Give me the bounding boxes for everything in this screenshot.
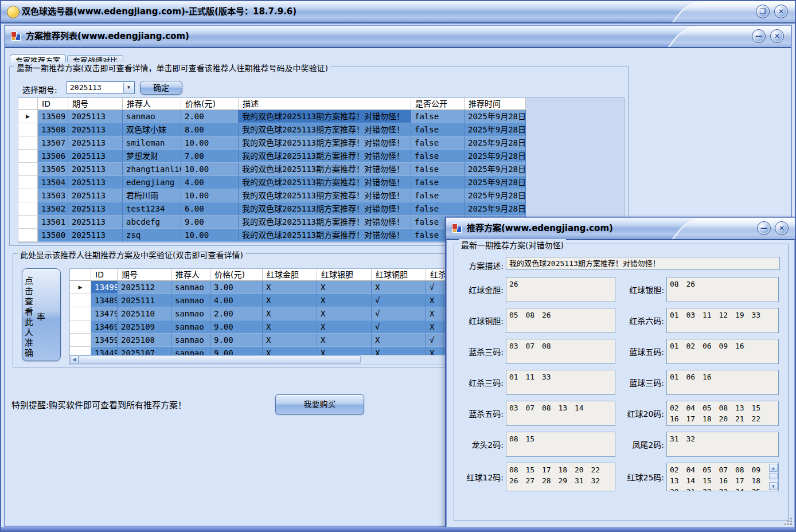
grid-cell[interactable]: 4.00: [210, 294, 263, 307]
row-header[interactable]: [70, 334, 91, 347]
row-header[interactable]: [18, 123, 38, 136]
grid-cell[interactable]: 我的双色球2025113期方案推荐！对错勿怪！: [239, 136, 411, 150]
grid-cell[interactable]: 2025108: [118, 334, 171, 347]
table-row[interactable]: ▶135092025113sanmao2.00我的双色球2025113期方案推荐…: [18, 110, 624, 123]
grid-cell[interactable]: 13508: [38, 123, 68, 136]
confirm-button[interactable]: 确定: [140, 81, 182, 95]
grid-cell[interactable]: X: [317, 334, 372, 347]
column-header[interactable]: 描述: [239, 98, 411, 110]
grid-cell[interactable]: 10.00: [181, 229, 239, 242]
grid-cell[interactable]: test1234: [123, 202, 181, 216]
grid-cell[interactable]: √: [372, 307, 426, 320]
grid-cell[interactable]: 我的双色球2025113期方案推荐！对错勿怪！: [239, 110, 411, 123]
grid-cell[interactable]: 13469: [91, 320, 118, 334]
grid-cell[interactable]: false: [411, 202, 465, 216]
column-header[interactable]: 价格(元): [210, 269, 263, 281]
grid-cell[interactable]: X: [372, 334, 426, 347]
row-header-corner[interactable]: [18, 98, 38, 110]
grid-cell[interactable]: 13500: [38, 229, 68, 242]
row-header[interactable]: [18, 216, 38, 229]
field-value-box[interactable]: 08 15: [506, 432, 615, 457]
row-header[interactable]: ▶: [18, 110, 38, 123]
field-value-box[interactable]: 08 15 17 18 20 22 26 27 28 29 31 32: [506, 463, 615, 491]
column-header[interactable]: 红球金胆: [263, 269, 317, 281]
column-header[interactable]: ID: [91, 269, 118, 281]
grid-cell[interactable]: 2025年9月28日: [465, 176, 526, 189]
column-header[interactable]: 红球铜胆: [372, 269, 426, 281]
grid-cell[interactable]: 双色球小妹: [123, 123, 181, 136]
grid-cell[interactable]: false: [411, 176, 465, 189]
grid-cell[interactable]: 我的双色球2025113期方案推荐！对错勿怪！: [239, 176, 411, 189]
grid-cell[interactable]: 3.00: [210, 281, 263, 294]
grid-cell[interactable]: 2025109: [118, 320, 171, 334]
minimize-button[interactable]: —: [757, 221, 771, 235]
grid-cell[interactable]: 2025年9月28日: [465, 202, 526, 216]
grid-cell[interactable]: 我的双色球2025113期方案推荐！对错勿怪！: [239, 229, 411, 242]
grid-cell[interactable]: 2025113: [68, 202, 123, 216]
grid-cell[interactable]: 梦想发财: [123, 150, 181, 163]
grid-cell[interactable]: 2025113: [68, 163, 123, 176]
grid-cell[interactable]: zsq: [123, 229, 181, 242]
grid-cell[interactable]: 2.00: [210, 307, 263, 320]
column-header[interactable]: ID: [38, 98, 68, 110]
grid-cell[interactable]: sanmao: [171, 294, 210, 307]
row-header[interactable]: [18, 136, 38, 150]
grid-cell[interactable]: false: [411, 163, 465, 176]
grid-cell[interactable]: edengjiang: [123, 176, 181, 189]
vertical-scrollbar[interactable]: ▲▼: [769, 464, 778, 490]
grid-cell[interactable]: smileman: [123, 136, 181, 150]
grid-cell[interactable]: X: [263, 320, 317, 334]
grid-cell[interactable]: 2025112: [118, 281, 171, 294]
desc-value-box[interactable]: 我的双色球2025113期方案推荐！对错勿怪！: [506, 257, 780, 270]
grid-cell[interactable]: 9.00: [210, 334, 263, 347]
scrollbar-thumb[interactable]: [769, 473, 778, 479]
row-header[interactable]: [18, 176, 38, 189]
grid-cell[interactable]: sanmao: [171, 320, 210, 334]
grid-cell[interactable]: 13499: [91, 281, 118, 294]
grid-cell[interactable]: 2025年9月28日: [465, 150, 526, 163]
column-header[interactable]: 推荐人: [171, 269, 210, 281]
field-value-box[interactable]: 01 02 06 09 16: [666, 339, 779, 364]
grid-cell[interactable]: √: [372, 320, 426, 334]
grid-cell[interactable]: 2025年9月28日: [465, 136, 526, 150]
row-header[interactable]: [18, 202, 38, 216]
grid-cell[interactable]: 9.00: [210, 320, 263, 334]
grid-cell[interactable]: 我的双色球2025113期方案推荐！对错勿怪！: [239, 150, 411, 163]
buy-button[interactable]: 我要购买: [275, 394, 364, 414]
grid-cell[interactable]: 13506: [38, 150, 68, 163]
grid-cell[interactable]: 13459: [91, 334, 118, 347]
column-header[interactable]: 期号: [118, 269, 171, 281]
table-row[interactable]: 135032025113君梅川雨10.00我的双色球2025113期方案推荐！对…: [18, 189, 624, 202]
grid-cell[interactable]: 13505: [38, 163, 68, 176]
table-row[interactable]: 135072025113smileman10.00我的双色球2025113期方案…: [18, 136, 624, 150]
grid-cell[interactable]: 13509: [38, 110, 68, 123]
window-bottom-edge[interactable]: [1, 527, 795, 531]
grid-cell[interactable]: X: [317, 281, 372, 294]
scrollbar-thumb[interactable]: [79, 355, 361, 364]
field-value-box[interactable]: 02 04 05 07 08 09 13 14 15 16 17 18 20 2…: [666, 463, 779, 491]
column-header[interactable]: 是否公开: [411, 98, 465, 110]
row-header[interactable]: ▶: [70, 281, 91, 294]
row-header[interactable]: [18, 150, 38, 163]
grid-cell[interactable]: abcdefg: [123, 216, 181, 229]
grid-cell[interactable]: zhangtianli01: [123, 163, 181, 176]
grid-cell[interactable]: false: [411, 136, 465, 150]
grid-cell[interactable]: 2025113: [68, 176, 123, 189]
grid-cell[interactable]: 13503: [38, 189, 68, 202]
grid-cell[interactable]: 10.00: [181, 163, 239, 176]
field-value-box[interactable]: 01 03 11 12 19 33: [666, 308, 779, 333]
restore-button[interactable]: ❐: [756, 5, 770, 18]
grid-cell[interactable]: 13507: [38, 136, 68, 150]
grid-cell[interactable]: sanmao: [171, 307, 210, 320]
grid-cell[interactable]: X: [263, 307, 317, 320]
row-header[interactable]: [18, 229, 38, 242]
grid-cell[interactable]: 13501: [38, 216, 68, 229]
grid-cell[interactable]: 2025113: [68, 229, 123, 242]
grid-cell[interactable]: 2025110: [118, 307, 171, 320]
resize-grip[interactable]: [785, 518, 792, 525]
grid-cell[interactable]: X: [317, 294, 372, 307]
grid-cell[interactable]: 2025111: [118, 294, 171, 307]
column-header[interactable]: 推荐时间: [465, 98, 526, 110]
grid-cell[interactable]: 2025113: [68, 216, 123, 229]
grid-cell[interactable]: 13489: [91, 294, 118, 307]
